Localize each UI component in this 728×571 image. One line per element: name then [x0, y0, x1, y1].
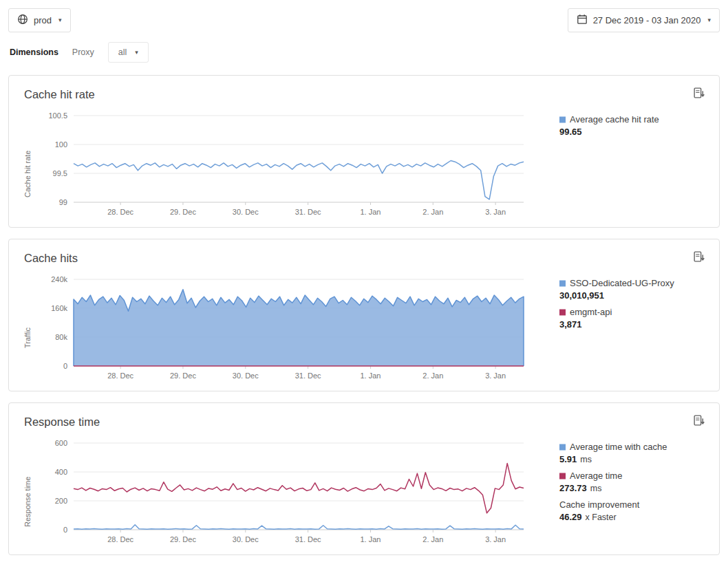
svg-text:160k: 160k	[51, 304, 67, 312]
svg-text:0: 0	[63, 526, 67, 534]
card-header: Cache hits	[21, 249, 707, 267]
legend-item: emgmt-api 3,871	[559, 307, 714, 330]
svg-text:1. Jan: 1. Jan	[360, 535, 381, 543]
svg-text:3. Jan: 3. Jan	[485, 371, 506, 380]
chart-legend: Average time with cache 5.91ms Average t…	[559, 435, 714, 550]
calendar-icon	[577, 14, 588, 27]
legend-label-row: Average time	[559, 471, 714, 481]
proxy-label: Proxy	[72, 47, 94, 57]
cache-hits-chart[interactable]: 080k160k240k28. Dec29. Dec30. Dec31. Dec…	[34, 271, 536, 387]
date-range-picker[interactable]: 27 Dec 2019 - 03 Jan 2020 ▾	[568, 8, 720, 32]
legend-value: 3,871	[559, 319, 582, 330]
legend-value-row: 273.73ms	[559, 483, 714, 493]
legend-item: Average cache hit rate 99.65	[559, 114, 714, 137]
svg-text:3. Jan: 3. Jan	[485, 208, 506, 216]
legend-value-row: 46.29x Faster	[559, 512, 714, 522]
svg-text:31. Dec: 31. Dec	[295, 371, 321, 380]
chart-title: Cache hits	[24, 252, 78, 265]
svg-text:28. Dec: 28. Dec	[107, 535, 133, 543]
svg-text:30. Dec: 30. Dec	[233, 371, 259, 380]
svg-text:28. Dec: 28. Dec	[107, 371, 133, 380]
y-axis-label: Response time	[21, 435, 34, 550]
legend-swatch	[559, 310, 566, 316]
card-header: Response time	[21, 413, 707, 431]
svg-text:2. Jan: 2. Jan	[422, 535, 443, 543]
card-response-time: Response time Response time 020040060028…	[8, 402, 720, 555]
chevron-down-icon: ▾	[58, 17, 62, 23]
chart-title: Response time	[24, 416, 100, 429]
legend-value-row: 5.91ms	[559, 454, 714, 464]
legend-label: Cache improvement	[559, 499, 639, 510]
y-axis-label: Traffic	[21, 271, 34, 387]
svg-text:29. Dec: 29. Dec	[170, 535, 196, 543]
chart-legend: Average cache hit rate 99.65	[559, 107, 714, 223]
card-header: Cache hit rate	[21, 85, 707, 103]
chart-area: Traffic 080k160k240k28. Dec29. Dec30. De…	[21, 271, 707, 387]
svg-text:1. Jan: 1. Jan	[360, 208, 381, 216]
legend-label-row: SSO-Dedicated-UG-Proxy	[559, 278, 714, 288]
legend-value-row: 99.65	[559, 127, 714, 137]
card-cache-hits: Cache hits Traffic 080k160k240k28. Dec29…	[8, 239, 720, 391]
legend-item: Average time 273.73ms	[559, 471, 714, 493]
legend-value-row: 3,871	[559, 319, 714, 330]
cache-hit-rate-chart[interactable]: 9999.5100100.528. Dec29. Dec30. Dec31. D…	[34, 107, 536, 223]
svg-text:29. Dec: 29. Dec	[170, 371, 196, 380]
legend-value: 273.73	[559, 483, 587, 493]
card-cache-hit-rate: Cache hit rate Cache hit rate 9999.51001…	[8, 75, 720, 228]
proxy-filter-value: all	[118, 47, 127, 57]
legend-value-suffix: ms	[590, 484, 602, 493]
legend-label-row: Average cache hit rate	[559, 114, 714, 125]
export-report-icon[interactable]	[691, 413, 707, 431]
chart-legend: SSO-Dedicated-UG-Proxy 30,010,951 emgmt-…	[559, 271, 714, 387]
legend-value: 5.91	[559, 454, 577, 464]
top-bar: prod ▾ 27 Dec 2019 - 03 Jan 2020 ▾	[8, 8, 720, 32]
environment-label: prod	[34, 15, 52, 25]
svg-text:80k: 80k	[55, 333, 67, 341]
chart-area: Response time 020040060028. Dec29. Dec30…	[21, 435, 707, 550]
svg-text:31. Dec: 31. Dec	[295, 535, 321, 543]
chart-area: Cache hit rate 9999.5100100.528. Dec29. …	[21, 107, 707, 223]
response-time-chart[interactable]: 020040060028. Dec29. Dec30. Dec31. Dec1.…	[34, 435, 536, 550]
dimensions-label: Dimensions	[10, 47, 58, 57]
svg-text:30. Dec: 30. Dec	[233, 535, 259, 543]
export-report-icon[interactable]	[691, 249, 707, 267]
legend-value-row: 30,010,951	[559, 290, 714, 301]
legend-item: Average time with cache 5.91ms	[559, 442, 714, 464]
svg-text:200: 200	[55, 497, 67, 505]
legend-item: Cache improvement 46.29x Faster	[559, 499, 714, 522]
proxy-filter-dropdown[interactable]: all ▾	[108, 42, 149, 63]
legend-item: SSO-Dedicated-UG-Proxy 30,010,951	[559, 278, 714, 301]
chart-title: Cache hit rate	[24, 88, 95, 101]
legend-value: 46.29	[559, 512, 582, 522]
y-axis-label: Cache hit rate	[21, 107, 34, 223]
svg-text:100.5: 100.5	[48, 111, 67, 120]
svg-text:600: 600	[55, 439, 67, 447]
legend-swatch	[559, 473, 566, 480]
svg-text:31. Dec: 31. Dec	[295, 208, 321, 216]
svg-text:99: 99	[59, 198, 67, 206]
legend-swatch	[559, 444, 566, 451]
chevron-down-icon: ▾	[707, 17, 711, 23]
date-range-label: 27 Dec 2019 - 03 Jan 2020	[593, 15, 701, 25]
svg-text:240k: 240k	[51, 275, 67, 283]
legend-value: 99.65	[559, 127, 582, 137]
legend-value-suffix: ms	[580, 455, 592, 464]
svg-text:29. Dec: 29. Dec	[170, 208, 196, 216]
legend-swatch	[559, 117, 566, 123]
legend-label-row: Average time with cache	[559, 442, 714, 452]
svg-text:2. Jan: 2. Jan	[422, 208, 443, 216]
export-report-icon[interactable]	[691, 85, 707, 103]
legend-label: SSO-Dedicated-UG-Proxy	[570, 278, 674, 288]
svg-text:2. Jan: 2. Jan	[422, 371, 443, 380]
legend-label-row: Cache improvement	[559, 499, 714, 510]
svg-text:28. Dec: 28. Dec	[107, 208, 133, 216]
svg-text:0: 0	[63, 362, 67, 370]
environment-selector[interactable]: prod ▾	[8, 8, 71, 32]
legend-label: Average time	[570, 471, 622, 481]
chevron-down-icon: ▾	[135, 50, 138, 56]
svg-text:1. Jan: 1. Jan	[360, 371, 381, 380]
legend-label-row: emgmt-api	[559, 307, 714, 317]
svg-text:100: 100	[55, 140, 67, 149]
svg-text:400: 400	[55, 468, 67, 476]
svg-text:99.5: 99.5	[53, 169, 67, 177]
